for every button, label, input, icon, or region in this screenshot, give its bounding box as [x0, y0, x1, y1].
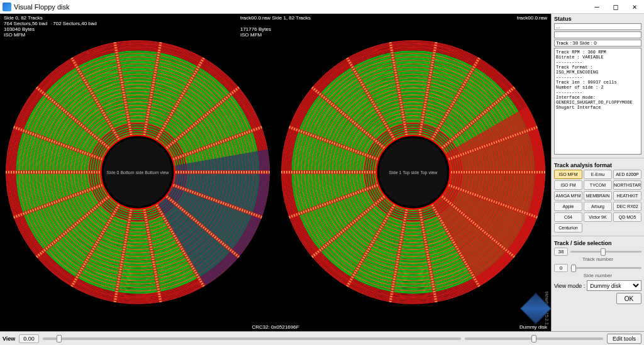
side-number-label: Side number: [554, 273, 641, 278]
format-button-membrain[interactable]: MEMBRAIN: [584, 191, 612, 200]
dummy-disk-label: Dummy disk: [519, 324, 547, 330]
window-title: Visual Floppy disk: [14, 3, 69, 11]
track-number-label: Track number: [554, 256, 641, 262]
selection-header: Track / Side selection: [554, 240, 641, 246]
format-button-centurion[interactable]: Centurion: [554, 223, 582, 233]
format-button-tycom[interactable]: TYCOM: [584, 180, 612, 190]
bottom-toolbar: View 0.00 Edit tools: [0, 331, 644, 345]
ok-button[interactable]: OK: [616, 293, 641, 304]
format-button-qd-mo5[interactable]: QD MO5: [613, 212, 641, 222]
disk1-svg: [278, 37, 548, 307]
track-number-value[interactable]: 38: [554, 248, 568, 256]
close-button[interactable]: ×: [625, 0, 644, 14]
format-button-heathkit[interactable]: HEATHKIT: [613, 191, 641, 200]
track-info-textarea[interactable]: Track RPM : 360 RPM Bitrate : VARIABLE -…: [554, 48, 641, 155]
minimize-button[interactable]: –: [587, 0, 606, 14]
format-button-apple[interactable]: Apple: [554, 202, 582, 211]
svg-point-0: [104, 138, 172, 206]
floppy-visualization-canvas[interactable]: Side 0, 82 Tracks 764 Sectors,56 bad 702…: [0, 14, 551, 331]
status-header: Status: [554, 16, 641, 22]
status-track-side: Track : 38 Side : 0: [554, 40, 641, 47]
disk0-svg: [3, 37, 273, 307]
format-button-aed-6200p[interactable]: AED 6200P: [613, 170, 641, 179]
format-button-arburg[interactable]: Arburg: [584, 202, 612, 211]
format-button-grid: ISO MFME-EmuAED 6200PISO FMTYCOMNORTHSTA…: [554, 170, 641, 233]
format-button-c64[interactable]: C64: [554, 212, 582, 222]
view-zoom-slider[interactable]: [465, 337, 603, 340]
format-button-iso-fm[interactable]: ISO FM: [554, 180, 582, 190]
view-label: View: [3, 336, 15, 342]
format-button-northstar[interactable]: NORTHSTAR: [613, 180, 641, 190]
side-number-value[interactable]: 0: [554, 264, 568, 272]
format-button-iso-mfm[interactable]: ISO MFM: [554, 170, 582, 179]
disk-side-0[interactable]: Side 0 Bottom side Bottom view: [3, 37, 273, 309]
side0-info-text: Side 0, 82 Tracks 764 Sectors,56 bad 702…: [4, 15, 97, 38]
app-icon: [3, 3, 11, 11]
disk-side-1[interactable]: Side 1 Top side Top view: [278, 37, 548, 309]
svg-point-120: [379, 138, 447, 206]
format-button-victor-9k[interactable]: Victor 9K: [584, 212, 612, 222]
format-button-dec-rx02[interactable]: DEC RX02: [613, 202, 641, 211]
window-titlebar: Visual Floppy disk – □ ×: [0, 0, 644, 14]
window-controls: – □ ×: [587, 0, 644, 14]
view-position-slider[interactable]: [43, 337, 461, 340]
side1-info-text: track00.0.raw Side 1, 82 Tracks 171776 B…: [240, 15, 311, 38]
status-line-1: ...: [554, 23, 641, 30]
view-mode-label: View mode :: [554, 283, 585, 289]
track-filename-text: track00.0.raw: [517, 15, 547, 21]
format-button-amiga-mfm[interactable]: AMIGA MFM: [554, 191, 582, 200]
crc-label: CRC32: 0x0521696F: [252, 324, 299, 330]
view-mode-select[interactable]: Dummy disk: [587, 280, 641, 291]
status-line-2: [554, 31, 641, 38]
side-panel: Status ... Track : 38 Side : 0 Track RPM…: [551, 14, 644, 331]
format-header: Track analysis format: [554, 162, 641, 168]
track-number-slider[interactable]: [570, 251, 641, 253]
maximize-button[interactable]: □: [606, 0, 625, 14]
side-number-slider[interactable]: [570, 267, 641, 269]
edit-tools-button[interactable]: Edit tools: [607, 334, 641, 344]
format-button-e-emu[interactable]: E-Emu: [584, 170, 612, 179]
view-position-value: 0.00: [19, 334, 39, 343]
